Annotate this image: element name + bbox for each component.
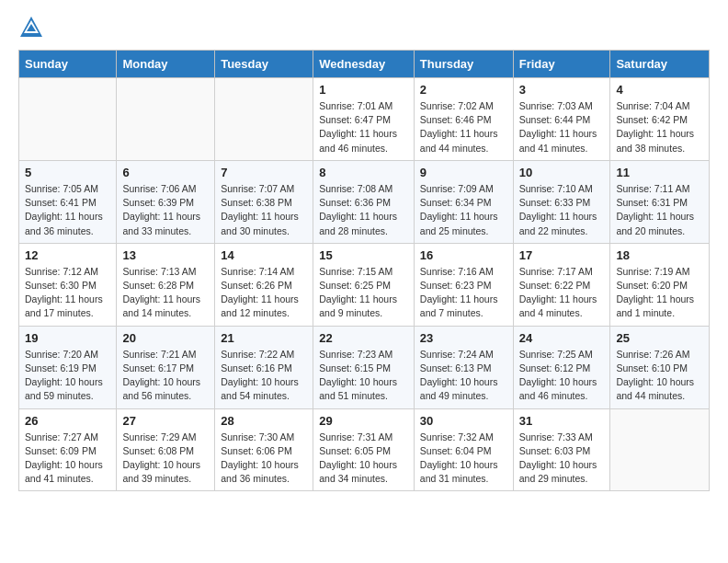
- calendar-cell: 30Sunrise: 7:32 AMSunset: 6:04 PMDayligh…: [414, 408, 513, 491]
- day-info: Sunrise: 7:09 AMSunset: 6:34 PMDaylight:…: [420, 182, 507, 238]
- day-info: Sunrise: 7:15 AMSunset: 6:25 PMDaylight:…: [319, 265, 408, 321]
- calendar-cell: 3Sunrise: 7:03 AMSunset: 6:44 PMDaylight…: [513, 78, 610, 161]
- day-number: 12: [25, 248, 110, 262]
- column-header-saturday: Saturday: [610, 51, 710, 78]
- day-number: 20: [122, 331, 209, 345]
- column-header-tuesday: Tuesday: [215, 51, 313, 78]
- day-info: Sunrise: 7:01 AMSunset: 6:47 PMDaylight:…: [319, 99, 408, 155]
- calendar-cell: 25Sunrise: 7:26 AMSunset: 6:10 PMDayligh…: [610, 326, 710, 408]
- calendar-cell: 6Sunrise: 7:06 AMSunset: 6:39 PMDaylight…: [117, 160, 215, 243]
- day-info: Sunrise: 7:25 AMSunset: 6:12 PMDaylight:…: [519, 348, 605, 404]
- day-info: Sunrise: 7:16 AMSunset: 6:23 PMDaylight:…: [420, 265, 507, 321]
- day-number: 5: [25, 166, 110, 179]
- calendar-cell: 24Sunrise: 7:25 AMSunset: 6:12 PMDayligh…: [513, 326, 610, 408]
- day-number: 7: [221, 166, 307, 179]
- header-row: SundayMondayTuesdayWednesdayThursdayFrid…: [19, 51, 710, 78]
- day-info: Sunrise: 7:02 AMSunset: 6:46 PMDaylight:…: [420, 99, 507, 155]
- day-number: 16: [420, 248, 507, 262]
- calendar-cell: 12Sunrise: 7:12 AMSunset: 6:30 PMDayligh…: [19, 243, 117, 326]
- calendar-cell: 2Sunrise: 7:02 AMSunset: 6:46 PMDaylight…: [414, 78, 513, 161]
- day-number: 8: [319, 166, 408, 179]
- day-number: 3: [519, 83, 605, 97]
- day-info: Sunrise: 7:21 AMSunset: 6:17 PMDaylight:…: [122, 348, 209, 404]
- logo: [18, 15, 48, 40]
- day-number: 24: [519, 331, 605, 345]
- calendar-week-4: 19Sunrise: 7:20 AMSunset: 6:19 PMDayligh…: [19, 326, 710, 408]
- calendar-cell: [19, 78, 117, 161]
- day-info: Sunrise: 7:03 AMSunset: 6:44 PMDaylight:…: [519, 99, 605, 155]
- day-number: 29: [319, 414, 408, 428]
- day-number: 18: [616, 248, 703, 262]
- day-info: Sunrise: 7:32 AMSunset: 6:04 PMDaylight:…: [420, 431, 507, 487]
- calendar-week-1: 1Sunrise: 7:01 AMSunset: 6:47 PMDaylight…: [19, 78, 710, 161]
- day-number: 19: [25, 331, 110, 345]
- page-header: [18, 15, 710, 40]
- calendar-cell: 1Sunrise: 7:01 AMSunset: 6:47 PMDaylight…: [313, 78, 415, 161]
- calendar-cell: 22Sunrise: 7:23 AMSunset: 6:15 PMDayligh…: [313, 326, 415, 408]
- column-header-sunday: Sunday: [19, 51, 117, 78]
- day-info: Sunrise: 7:05 AMSunset: 6:41 PMDaylight:…: [25, 182, 110, 238]
- calendar-cell: 26Sunrise: 7:27 AMSunset: 6:09 PMDayligh…: [19, 408, 117, 491]
- day-number: 13: [122, 248, 209, 262]
- day-number: 22: [319, 331, 408, 345]
- day-number: 28: [221, 414, 307, 428]
- calendar-cell: 9Sunrise: 7:09 AMSunset: 6:34 PMDaylight…: [414, 160, 513, 243]
- day-info: Sunrise: 7:10 AMSunset: 6:33 PMDaylight:…: [519, 182, 605, 238]
- day-number: 27: [122, 414, 209, 428]
- day-info: Sunrise: 7:33 AMSunset: 6:03 PMDaylight:…: [519, 431, 605, 487]
- day-info: Sunrise: 7:30 AMSunset: 6:06 PMDaylight:…: [221, 431, 307, 487]
- calendar-cell: 7Sunrise: 7:07 AMSunset: 6:38 PMDaylight…: [215, 160, 313, 243]
- day-info: Sunrise: 7:24 AMSunset: 6:13 PMDaylight:…: [420, 348, 507, 404]
- day-number: 14: [221, 248, 307, 262]
- calendar-week-5: 26Sunrise: 7:27 AMSunset: 6:09 PMDayligh…: [19, 408, 710, 491]
- calendar-body: 1Sunrise: 7:01 AMSunset: 6:47 PMDaylight…: [19, 78, 710, 491]
- calendar-week-3: 12Sunrise: 7:12 AMSunset: 6:30 PMDayligh…: [19, 243, 710, 326]
- calendar-cell: 4Sunrise: 7:04 AMSunset: 6:42 PMDaylight…: [610, 78, 710, 161]
- calendar-cell: [215, 78, 313, 161]
- calendar-cell: 27Sunrise: 7:29 AMSunset: 6:08 PMDayligh…: [117, 408, 215, 491]
- day-info: Sunrise: 7:14 AMSunset: 6:26 PMDaylight:…: [221, 265, 307, 321]
- calendar-cell: 18Sunrise: 7:19 AMSunset: 6:20 PMDayligh…: [610, 243, 710, 326]
- calendar-cell: 11Sunrise: 7:11 AMSunset: 6:31 PMDayligh…: [610, 160, 710, 243]
- calendar-week-2: 5Sunrise: 7:05 AMSunset: 6:41 PMDaylight…: [19, 160, 710, 243]
- calendar-cell: 5Sunrise: 7:05 AMSunset: 6:41 PMDaylight…: [19, 160, 117, 243]
- day-info: Sunrise: 7:11 AMSunset: 6:31 PMDaylight:…: [616, 182, 703, 238]
- calendar-cell: 28Sunrise: 7:30 AMSunset: 6:06 PMDayligh…: [215, 408, 313, 491]
- day-info: Sunrise: 7:06 AMSunset: 6:39 PMDaylight:…: [122, 182, 209, 238]
- calendar-cell: 19Sunrise: 7:20 AMSunset: 6:19 PMDayligh…: [19, 326, 117, 408]
- day-info: Sunrise: 7:12 AMSunset: 6:30 PMDaylight:…: [25, 265, 110, 321]
- day-number: 10: [519, 166, 605, 179]
- day-info: Sunrise: 7:07 AMSunset: 6:38 PMDaylight:…: [221, 182, 307, 238]
- calendar-cell: 23Sunrise: 7:24 AMSunset: 6:13 PMDayligh…: [414, 326, 513, 408]
- calendar-cell: 13Sunrise: 7:13 AMSunset: 6:28 PMDayligh…: [117, 243, 215, 326]
- day-number: 2: [420, 83, 507, 97]
- day-number: 31: [519, 414, 605, 428]
- day-number: 30: [420, 414, 507, 428]
- day-info: Sunrise: 7:31 AMSunset: 6:05 PMDaylight:…: [319, 431, 408, 487]
- calendar-cell: 21Sunrise: 7:22 AMSunset: 6:16 PMDayligh…: [215, 326, 313, 408]
- day-number: 23: [420, 331, 507, 345]
- day-number: 21: [221, 331, 307, 345]
- calendar-cell: 16Sunrise: 7:16 AMSunset: 6:23 PMDayligh…: [414, 243, 513, 326]
- day-number: 9: [420, 166, 507, 179]
- calendar-header: SundayMondayTuesdayWednesdayThursdayFrid…: [19, 51, 710, 78]
- calendar-cell: 8Sunrise: 7:08 AMSunset: 6:36 PMDaylight…: [313, 160, 415, 243]
- day-number: 26: [25, 414, 110, 428]
- day-number: 25: [616, 331, 703, 345]
- day-number: 6: [122, 166, 209, 179]
- calendar-cell: 31Sunrise: 7:33 AMSunset: 6:03 PMDayligh…: [513, 408, 610, 491]
- logo-icon: [18, 15, 44, 40]
- column-header-thursday: Thursday: [414, 51, 513, 78]
- calendar-cell: [610, 408, 710, 491]
- calendar-cell: 15Sunrise: 7:15 AMSunset: 6:25 PMDayligh…: [313, 243, 415, 326]
- day-number: 15: [319, 248, 408, 262]
- day-info: Sunrise: 7:29 AMSunset: 6:08 PMDaylight:…: [122, 431, 209, 487]
- calendar-cell: 10Sunrise: 7:10 AMSunset: 6:33 PMDayligh…: [513, 160, 610, 243]
- day-number: 17: [519, 248, 605, 262]
- day-info: Sunrise: 7:27 AMSunset: 6:09 PMDaylight:…: [25, 431, 110, 487]
- day-number: 4: [616, 83, 703, 97]
- calendar-table: SundayMondayTuesdayWednesdayThursdayFrid…: [18, 50, 710, 491]
- calendar-cell: 17Sunrise: 7:17 AMSunset: 6:22 PMDayligh…: [513, 243, 610, 326]
- calendar-cell: [117, 78, 215, 161]
- calendar-cell: 20Sunrise: 7:21 AMSunset: 6:17 PMDayligh…: [117, 326, 215, 408]
